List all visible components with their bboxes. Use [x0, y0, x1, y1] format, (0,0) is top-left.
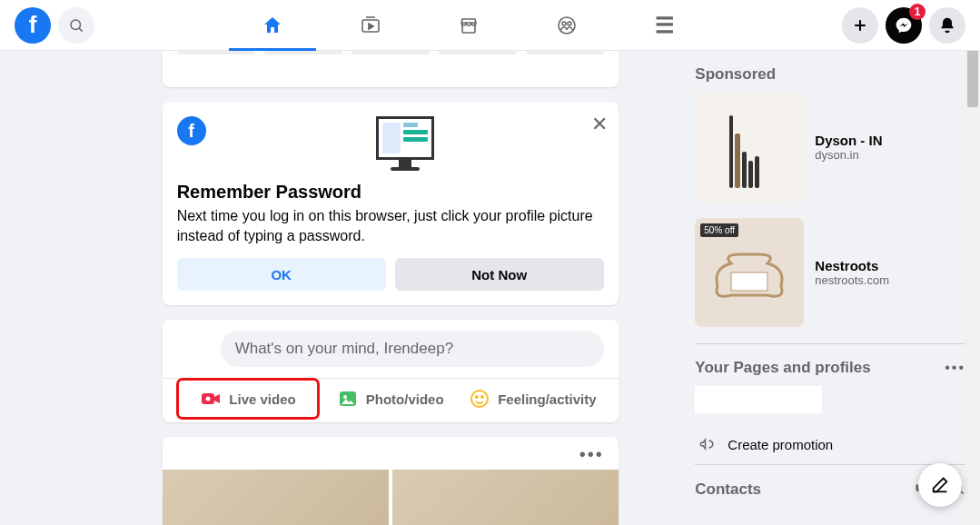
nav-menu[interactable]: ☰	[619, 0, 710, 51]
sale-badge: 50% off	[700, 223, 738, 237]
megaphone-icon	[698, 435, 717, 453]
svg-rect-4	[462, 23, 475, 33]
page-item-placeholder[interactable]	[695, 386, 822, 413]
feeling-icon	[469, 388, 490, 410]
sponsored-ad-dyson[interactable]: Dyson - IN dyson.in	[695, 93, 965, 202]
composer-card: What's on your mind, Irendeep? Live vide…	[163, 320, 619, 422]
plus-icon	[851, 16, 869, 35]
stories-stub	[163, 51, 619, 87]
facebook-icon: f	[177, 116, 206, 145]
feed-post: •••	[163, 437, 619, 525]
nav-marketplace[interactable]	[423, 0, 514, 51]
nav-home[interactable]	[227, 0, 318, 51]
ad-image	[695, 93, 804, 202]
ad-domain: dyson.in	[815, 148, 882, 162]
svg-point-16	[481, 396, 483, 398]
sponsored-title: Sponsored	[695, 65, 965, 84]
right-column: Sponsored Dyson - IN dyson.in 50% off Ne…	[680, 51, 980, 525]
live-video-button[interactable]: Live video	[177, 379, 320, 419]
photo-icon	[337, 388, 359, 410]
close-button[interactable]: ✕	[591, 113, 608, 136]
edit-icon	[930, 475, 950, 495]
ad-title: Dyson - IN	[815, 133, 882, 148]
svg-point-14	[471, 391, 488, 407]
nav-watch[interactable]	[325, 0, 416, 51]
ad-title: Nestroots	[815, 258, 889, 273]
compose-fab[interactable]	[918, 463, 962, 507]
create-button[interactable]	[842, 7, 878, 44]
pages-title: Your Pages and profiles	[695, 359, 870, 377]
facebook-logo[interactable]: f	[15, 7, 51, 44]
create-promotion-button[interactable]: Create promotion	[695, 430, 965, 459]
svg-point-7	[568, 22, 571, 25]
svg-point-0	[71, 20, 81, 30]
messenger-button[interactable]: 1	[886, 7, 922, 44]
ok-button[interactable]: OK	[177, 258, 386, 291]
svg-point-11	[206, 397, 211, 401]
marketplace-icon	[458, 15, 480, 36]
pages-menu-button[interactable]: •••	[945, 360, 965, 376]
post-menu-button[interactable]: •••	[579, 444, 604, 465]
browser-scrollbar[interactable]: ▴	[965, 0, 980, 525]
svg-rect-17	[731, 272, 767, 291]
create-promotion-label: Create promotion	[728, 437, 833, 452]
watch-icon	[360, 15, 381, 36]
svg-line-1	[79, 28, 82, 31]
nav-groups[interactable]	[521, 0, 612, 51]
svg-point-15	[476, 396, 478, 398]
search-icon	[68, 17, 84, 34]
remember-password-title: Remember Password	[177, 182, 604, 203]
center-nav: ☰	[227, 0, 680, 51]
groups-icon	[556, 15, 578, 36]
ad-domain: nestroots.com	[815, 273, 889, 287]
search-button[interactable]	[58, 7, 94, 44]
messenger-icon	[895, 16, 913, 35]
right-icons: 1	[842, 7, 965, 44]
composer-input[interactable]: What's on your mind, Irendeep?	[221, 331, 604, 367]
live-video-icon	[200, 388, 222, 410]
contacts-title: Contacts	[695, 480, 761, 499]
photo-video-button[interactable]: Photo/video	[319, 379, 461, 419]
ad-image: 50% off	[695, 218, 804, 327]
top-nav: f ☰ 1	[0, 0, 980, 51]
hamburger-icon: ☰	[655, 13, 675, 38]
messenger-badge: 1	[909, 4, 926, 20]
home-icon	[262, 15, 283, 36]
svg-point-6	[562, 22, 566, 25]
sponsored-ad-nestroots[interactable]: 50% off Nestroots nestroots.com	[695, 218, 965, 327]
composer-placeholder: What's on your mind, Irendeep?	[235, 340, 453, 358]
post-images[interactable]	[163, 470, 619, 525]
live-video-label: Live video	[229, 391, 295, 407]
photo-video-label: Photo/video	[366, 391, 444, 407]
feed-column: ✕ f Remember Password Next time you log …	[100, 51, 680, 525]
remember-password-text: Next time you log in on this browser, ju…	[177, 206, 604, 245]
svg-point-5	[559, 17, 575, 34]
bell-icon	[938, 16, 956, 35]
monitor-illustration	[376, 116, 434, 171]
feeling-button[interactable]: Feeling/activity	[461, 379, 604, 419]
remember-password-card: ✕ f Remember Password Next time you log …	[163, 102, 619, 305]
feeling-label: Feeling/activity	[498, 391, 596, 407]
not-now-button[interactable]: Not Now	[395, 258, 604, 291]
svg-point-13	[343, 395, 347, 399]
notifications-button[interactable]	[929, 7, 965, 44]
